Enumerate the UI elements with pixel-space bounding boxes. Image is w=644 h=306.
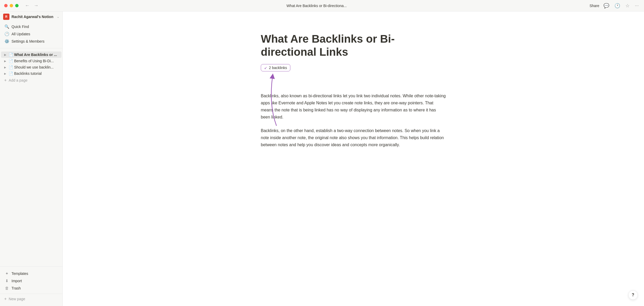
page-doc-icon-2: 📄 [8, 59, 13, 63]
workspace-chevron-icon: ⌄ [57, 15, 59, 19]
page-doc-icon-4: 📄 [8, 71, 13, 76]
maximize-button[interactable] [15, 4, 19, 7]
comment-button[interactable]: 💬 [602, 2, 610, 9]
share-button[interactable]: Share [590, 4, 599, 8]
sidebar-divider [0, 48, 63, 48]
more-icon: ··· [635, 3, 639, 8]
search-icon: 🔍 [4, 24, 9, 29]
main-content: What Are Backlinks or Bi-directional Lin… [63, 12, 644, 306]
import-icon: ⬇ [4, 279, 9, 283]
history-icon: 🕐 [614, 3, 620, 8]
sidebar-item-quick-find[interactable]: 🔍 Quick Find [1, 23, 61, 30]
add-page-label: Add a page [9, 78, 27, 82]
sidebar-page-2[interactable]: ▶ 📄 Benefits of Using Bi-Di... [1, 58, 61, 64]
sidebar: R Rachit Agarwal's Notion ⌄ 🔍 Quick Find… [0, 12, 63, 306]
page-body: Backlinks, also known as bi-directional … [261, 92, 446, 148]
trash-label: Trash [12, 286, 21, 290]
templates-icon: ✦ [4, 271, 9, 276]
star-icon: ☆ [625, 3, 630, 8]
nav-buttons: ← → [24, 2, 39, 9]
close-button[interactable] [4, 4, 8, 7]
page-toggle-icon-4: ▶ [3, 72, 7, 75]
page-toggle-icon-2: ▶ [3, 60, 7, 63]
comment-icon: 💬 [603, 3, 609, 8]
titlebar: ← → What Are Backlinks or Bi-directiona.… [0, 0, 644, 12]
templates-label: Templates [12, 271, 28, 276]
new-page-button[interactable]: + New page [1, 295, 61, 303]
sidebar-item-settings[interactable]: ⚙️ Settings & Members [1, 38, 61, 45]
sidebar-page-4[interactable]: ▶ 📄 Backlinks tutorial [1, 70, 61, 77]
help-button[interactable]: ? [628, 290, 638, 300]
workspace-name: Rachit Agarwal's Notion [12, 15, 55, 19]
more-button[interactable]: ··· [634, 2, 640, 9]
workspace-avatar: R [3, 14, 9, 20]
sidebar-item-templates[interactable]: ✦ Templates [1, 270, 61, 277]
settings-icon: ⚙️ [4, 39, 9, 44]
history-button[interactable]: 🕐 [613, 2, 621, 9]
minimize-button[interactable] [10, 4, 13, 7]
backlinks-count: 2 backlinks [269, 66, 287, 70]
backlinks-badge[interactable]: ↙ 2 backlinks [261, 64, 290, 71]
sidebar-item-trash[interactable]: 🗑 Trash [1, 285, 61, 292]
titlebar-actions: Share 💬 🕐 ☆ ··· [590, 2, 640, 9]
page-toggle-icon-3: ▶ [3, 66, 7, 69]
add-icon: + [4, 78, 7, 83]
sidebar-page-3[interactable]: ▶ 📄 Should we use backlin... [1, 64, 61, 70]
app-layout: R Rachit Agarwal's Notion ⌄ 🔍 Quick Find… [0, 12, 644, 306]
sidebar-pages: ▶ 📄 What Are Backlinks or ... ▶ 📄 Benefi… [0, 50, 63, 264]
backlink-icon: ↙ [264, 66, 267, 70]
page-doc-icon-3: 📄 [8, 65, 13, 69]
page-title-bar: What Are Backlinks or Bi-directiona... [44, 4, 590, 8]
sidebar-bottom: + New page [0, 294, 63, 304]
page-doc-icon: 📄 [8, 53, 13, 57]
quick-find-label: Quick Find [12, 25, 29, 29]
trash-icon: 🗑 [4, 286, 9, 290]
traffic-lights [4, 4, 19, 7]
sidebar-item-import[interactable]: ⬇ Import [1, 277, 61, 285]
updates-icon: 🕐 [4, 32, 9, 36]
import-label: Import [12, 279, 22, 283]
sidebar-item-all-updates[interactable]: 🕐 All Updates [1, 30, 61, 38]
document-title: What Are Backlinks or Bi-directional Lin… [261, 32, 446, 59]
settings-label: Settings & Members [12, 39, 44, 43]
add-page-button[interactable]: + Add a page [1, 77, 61, 84]
sidebar-nav: 🔍 Quick Find 🕐 All Updates ⚙️ Settings &… [0, 22, 63, 46]
page-4-label: Backlinks tutorial [14, 71, 59, 76]
page-3-label: Should we use backlin... [14, 65, 59, 69]
star-button[interactable]: ☆ [624, 2, 631, 9]
page-1-label: What Are Backlinks or ... [14, 53, 59, 57]
body-paragraph-2: Backlinks, on the other hand, establish … [261, 127, 446, 149]
forward-button[interactable]: → [33, 2, 39, 9]
new-page-label: New page [9, 297, 25, 301]
new-page-plus-icon: + [4, 297, 7, 301]
back-button[interactable]: ← [24, 2, 31, 9]
page-toggle-icon: ▶ [3, 53, 7, 56]
sidebar-divider-2 [0, 267, 63, 267]
page-2-label: Benefits of Using Bi-Di... [14, 59, 59, 63]
sidebar-utilities: ✦ Templates ⬇ Import 🗑 Trash [0, 269, 63, 293]
sidebar-page-1[interactable]: ▶ 📄 What Are Backlinks or ... [1, 52, 61, 58]
backlinks-section: ↙ 2 backlinks [261, 64, 446, 82]
page-content-area: What Are Backlinks or Bi-directional Lin… [236, 12, 471, 207]
all-updates-label: All Updates [12, 32, 30, 36]
body-paragraph-1: Backlinks, also known as bi-directional … [261, 92, 446, 121]
workspace-header[interactable]: R Rachit Agarwal's Notion ⌄ [0, 12, 63, 22]
